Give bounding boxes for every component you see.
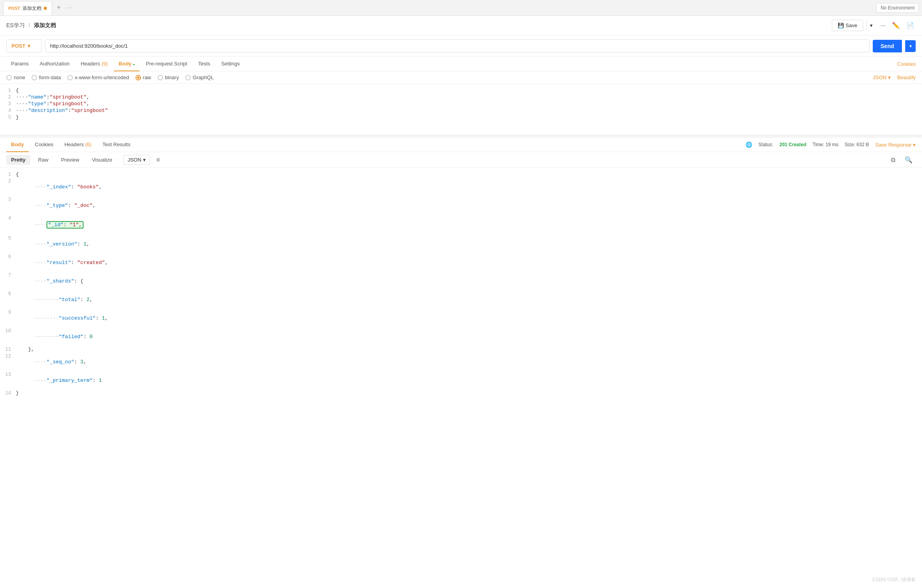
resp-line-8: 8 ········"total": 2, (0, 290, 922, 309)
resp-line-14: 14 } (0, 390, 922, 396)
req-line-5: 5 } (0, 114, 922, 121)
resp-tab-body[interactable]: Body (6, 138, 29, 152)
method-label: POST (11, 43, 25, 49)
radio-none (6, 75, 12, 80)
response-body: 1 { 2 ····"_index": "books", 3 ····"_typ… (0, 168, 922, 400)
response-status-bar: 🌐 Status: 201 Created Time: 19 ms Size: … (745, 141, 916, 148)
format-visualize[interactable]: Visualize (87, 155, 117, 165)
resp-line-12: 12 ····"_seq_no": 3, (0, 353, 922, 371)
tab-label: 添加文档 (22, 5, 41, 12)
tab-modified-dot (44, 7, 47, 10)
save-response-button[interactable]: Save Response ▾ (875, 142, 916, 148)
radio-urlencoded (67, 75, 73, 80)
tab-authorization[interactable]: Authorization (35, 57, 74, 71)
edit-icon-button[interactable]: ✏️ (890, 20, 902, 31)
toolbar-actions: 💾 Save ▾ ··· ✏️ 📄 (832, 20, 916, 31)
format-raw[interactable]: Raw (33, 155, 53, 165)
more-options-button[interactable]: ··· (879, 20, 887, 31)
format-pretty[interactable]: Pretty (6, 155, 30, 165)
response-size: Size: 632 B (845, 142, 869, 147)
radio-raw (136, 75, 141, 80)
globe-icon: 🌐 (745, 141, 752, 148)
resp-line-9: 9 ········"successful": 1, (0, 309, 922, 327)
send-dropdown[interactable]: ▾ (905, 40, 916, 52)
method-selector[interactable]: POST ▾ (6, 39, 42, 52)
body-type-urlencoded[interactable]: x-www-form-urlencoded (67, 74, 129, 80)
resp-line-13: 13 ····"_primary_term": 1 (0, 371, 922, 390)
toolbar: ES学习 / 添加文档 💾 Save ▾ ··· ✏️ 📄 (0, 16, 922, 35)
format-preview[interactable]: Preview (56, 155, 84, 165)
resp-line-3: 3 ····"_type": "_doc", (0, 196, 922, 215)
response-tabs-bar: Body Cookies Headers (6) Test Results 🌐 … (0, 138, 922, 152)
tab-headers[interactable]: Headers (9) (76, 57, 113, 71)
breadcrumb-current: 添加文档 (34, 22, 56, 28)
request-tabs: Params Authorization Headers (9) Body ● … (0, 57, 922, 71)
new-tab-button[interactable]: + (54, 4, 64, 12)
resp-line-4: 4 ····"_id": "1", (0, 215, 922, 235)
breadcrumb: ES学习 / 添加文档 (6, 22, 56, 29)
save-icon: 💾 (838, 22, 844, 28)
body-type-raw[interactable]: raw (136, 74, 151, 80)
req-line-3: 3 ····"type":"springboot", (0, 100, 922, 107)
breadcrumb-parent[interactable]: ES学习 (6, 22, 25, 28)
resp-line-10: 10 ········"failed": 0 (0, 327, 922, 346)
resp-tab-tests[interactable]: Test Results (98, 138, 135, 152)
request-tab[interactable]: POST 添加文档 (3, 1, 52, 15)
radio-binary (158, 75, 163, 80)
wrap-lines-button[interactable]: ≡ (153, 155, 163, 165)
radio-graphql (185, 75, 191, 80)
save-label: Save (846, 22, 857, 28)
response-format-selector[interactable]: JSON ▾ (123, 155, 150, 165)
tab-method: POST (8, 6, 20, 11)
tab-tests[interactable]: Tests (193, 57, 215, 71)
tab-more-button[interactable]: ··· (65, 4, 73, 11)
method-chevron: ▾ (28, 43, 30, 49)
body-type-form-data[interactable]: form-data (32, 74, 61, 80)
breadcrumb-separator: / (29, 22, 30, 28)
resp-tab-headers[interactable]: Headers (6) (59, 138, 96, 152)
resp-line-11: 11 }, (0, 346, 922, 353)
save-dropdown-arrow[interactable]: ▾ (866, 20, 876, 31)
response-actions: ⧉ 🔍 (888, 154, 916, 165)
beautify-button[interactable]: Beautify (897, 74, 916, 80)
format-label: JSON (128, 157, 141, 163)
tab-bar: POST 添加文档 + ··· No Environment (0, 0, 922, 16)
cookies-link[interactable]: Cookies (897, 61, 916, 67)
body-type-none[interactable]: none (6, 74, 25, 80)
resp-line-2: 2 ····"_index": "books", (0, 178, 922, 196)
resp-line-6: 6 ····"result": "created", (0, 253, 922, 272)
environment-selector[interactable]: No Environment (876, 3, 919, 13)
response-time: Time: 19 ms (812, 142, 838, 147)
resp-line-1: 1 { (0, 171, 922, 178)
send-button[interactable]: Send (873, 40, 902, 52)
status-label: Status: (758, 142, 773, 147)
status-code: 201 Created (779, 142, 806, 147)
url-input[interactable] (45, 39, 870, 52)
tab-settings[interactable]: Settings (216, 57, 244, 71)
body-type-graphql[interactable]: GraphQL (185, 74, 214, 80)
search-response-button[interactable]: 🔍 (902, 154, 916, 165)
response-format-bar: Pretty Raw Preview Visualize JSON ▾ ≡ ⧉ … (0, 152, 922, 168)
save-button[interactable]: 💾 Save (832, 20, 863, 31)
req-line-1: 1 { (0, 87, 922, 94)
resp-line-5: 5 ····"_version": 1, (0, 235, 922, 253)
req-line-2: 2 ····"name":"springboot", (0, 94, 922, 100)
resp-line-7: 7 ····"_shards": { (0, 272, 922, 290)
tab-body[interactable]: Body ● (114, 57, 139, 71)
request-body-editor[interactable]: 1 { 2 ····"name":"springboot", 3 ····"ty… (0, 84, 922, 135)
url-bar: POST ▾ Send ▾ (0, 35, 922, 57)
tab-pre-request[interactable]: Pre-request Script (141, 57, 192, 71)
radio-form-data (32, 75, 37, 80)
description-icon-button[interactable]: 📄 (905, 20, 916, 31)
resp-tab-cookies[interactable]: Cookies (30, 138, 58, 152)
copy-response-button[interactable]: ⧉ (888, 154, 898, 165)
body-type-binary[interactable]: binary (158, 74, 179, 80)
json-format-selector[interactable]: JSON ▾ (873, 74, 891, 80)
body-type-selector: none form-data x-www-form-urlencoded raw… (0, 71, 922, 84)
tab-params[interactable]: Params (6, 57, 33, 71)
req-line-4: 4 ····"description":"springboot" (0, 107, 922, 114)
